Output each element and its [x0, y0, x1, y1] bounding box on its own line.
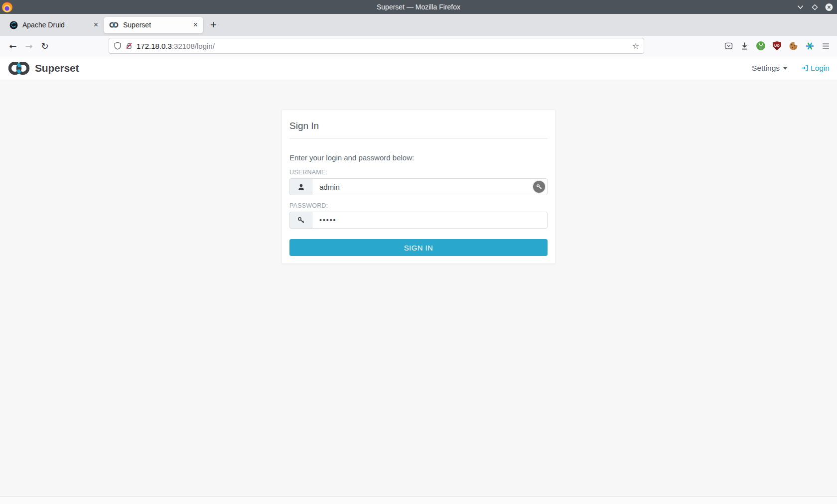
page-footer	[0, 496, 837, 504]
password-label: PASSWORD:	[289, 202, 548, 209]
url-host: 172.18.0.3	[137, 42, 172, 50]
window-title: Superset — Mozilla Firefox	[0, 3, 837, 11]
sign-in-card: Sign In Enter your login and password be…	[281, 109, 556, 264]
minimize-button[interactable]	[796, 3, 804, 11]
maximize-button[interactable]	[811, 3, 819, 11]
menu-hamburger-icon[interactable]	[822, 42, 830, 50]
cookie-extension-icon[interactable]	[789, 41, 798, 51]
address-bar[interactable]: 172.18.0.3:32108/login/ ☆	[109, 38, 644, 54]
tab-label: Superset	[123, 21, 151, 29]
downloads-icon[interactable]	[740, 42, 749, 50]
caret-down-icon	[783, 67, 787, 70]
back-button[interactable]: ←	[5, 38, 21, 53]
url-text: 172.18.0.3:32108/login/	[137, 42, 215, 50]
tab-apache-druid[interactable]: Apache Druid ×	[4, 17, 104, 33]
new-tab-button[interactable]: +	[210, 18, 217, 31]
navbar-right: Settings Login	[752, 64, 830, 73]
username-input[interactable]	[312, 178, 548, 195]
login-label: Login	[811, 64, 830, 73]
forward-button: →	[21, 38, 37, 53]
toolbar-extensions: UO	[724, 41, 832, 51]
sign-in-form: Enter your login and password below: USE…	[289, 153, 548, 256]
close-button[interactable]	[825, 3, 833, 11]
tab-label: Apache Druid	[22, 21, 65, 29]
page-body: Sign In Enter your login and password be…	[0, 80, 837, 504]
url-path: :32108/login/	[172, 42, 215, 50]
tab-strip: Apache Druid × Superset × +	[0, 14, 837, 36]
pocket-icon[interactable]	[724, 42, 733, 50]
login-link[interactable]: Login	[801, 64, 830, 73]
asterisk-extension-icon[interactable]	[806, 42, 814, 50]
brand-name: Superset	[35, 62, 79, 74]
user-icon	[289, 178, 312, 195]
sign-in-title: Sign In	[289, 117, 548, 139]
diamond-icon	[812, 4, 818, 10]
ublock-origin-icon[interactable]: UO	[773, 41, 781, 50]
login-icon	[801, 64, 809, 72]
sign-in-button[interactable]: SIGN IN	[289, 239, 548, 256]
key-icon	[289, 212, 312, 229]
chevron-down-icon	[797, 5, 804, 9]
druid-favicon	[9, 21, 18, 29]
password-input[interactable]	[312, 212, 548, 229]
window-controls	[796, 3, 837, 11]
ublock-badge-text: UO	[774, 44, 780, 47]
bookmark-star-icon[interactable]: ☆	[632, 41, 639, 51]
superset-navbar: Superset Settings Login	[0, 56, 837, 80]
tab-close-icon[interactable]: ×	[94, 21, 98, 29]
settings-label: Settings	[752, 64, 780, 73]
username-group	[289, 178, 548, 195]
tab-close-icon[interactable]: ×	[193, 21, 198, 29]
form-instructions: Enter your login and password below:	[289, 153, 548, 162]
insecure-lock-icon[interactable]	[125, 42, 133, 50]
privacy-extension-icon[interactable]	[756, 41, 765, 50]
password-group	[289, 212, 548, 229]
close-icon	[825, 3, 833, 11]
superset-infinity-icon	[7, 62, 30, 75]
browser-toolbar: ← → ↻ 172.18.0.3:32108/login/ ☆ UO	[0, 36, 837, 56]
window-titlebar: Superset — Mozilla Firefox	[0, 0, 837, 14]
reload-button[interactable]: ↻	[37, 38, 53, 53]
settings-menu[interactable]: Settings	[752, 64, 787, 73]
superset-logo[interactable]: Superset	[7, 62, 79, 75]
tab-superset[interactable]: Superset ×	[104, 17, 203, 33]
username-label: USERNAME:	[289, 169, 548, 176]
password-manager-key-icon[interactable]	[533, 181, 545, 193]
superset-favicon	[109, 22, 119, 28]
tracking-shield-icon[interactable]	[114, 42, 122, 50]
